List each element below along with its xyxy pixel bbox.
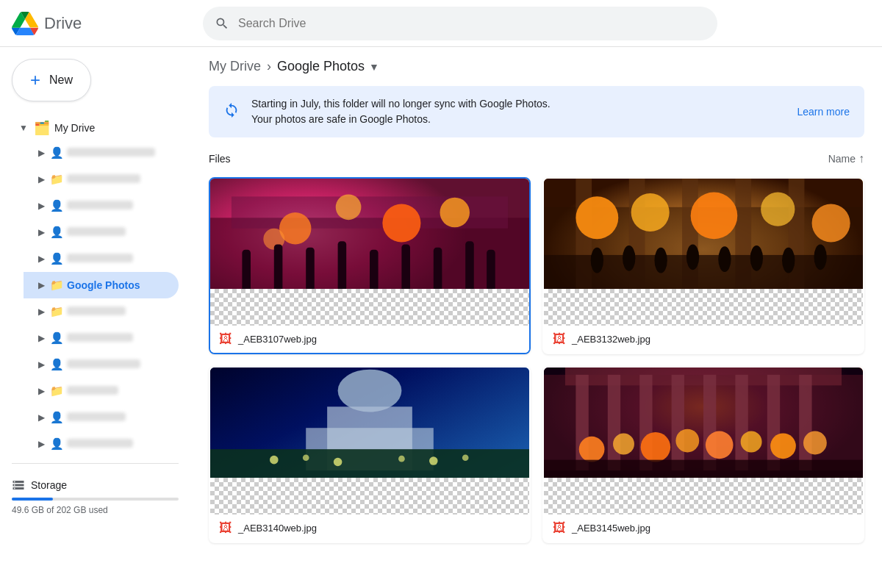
filename-3: _AEB3140web.jpg (238, 523, 317, 534)
chevron-right-icon: ▶ (35, 439, 47, 449)
breadcrumb: My Drive › Google Photos ▼ (191, 47, 882, 80)
blurred-label (67, 253, 173, 265)
filename-2: _AEB3132web.jpg (572, 334, 650, 345)
chevron-down-icon: ▼ (18, 123, 29, 133)
sidebar-item-10[interactable]: ▶ 📁 (24, 378, 179, 404)
svg-point-32 (654, 248, 667, 273)
file-card-4[interactable]: 🖼 _AEB3145web.jpg (542, 366, 864, 543)
sidebar-item-4[interactable]: ▶ 👤 (24, 219, 179, 245)
svg-rect-12 (370, 250, 379, 289)
breadcrumb-separator: › (267, 59, 271, 74)
sidebar-item-8[interactable]: ▶ 👤 (24, 325, 179, 351)
svg-point-69 (706, 431, 734, 459)
chevron-right-icon: ▶ (35, 174, 47, 184)
person-folder-icon: 👤 (50, 411, 64, 424)
chevron-right-icon: ▶ (35, 254, 47, 264)
person-folder-icon: 👤 (50, 437, 64, 451)
photo-thumbnail-4 (544, 368, 863, 478)
photo-image-2 (544, 179, 863, 289)
sort-control[interactable]: Name ↑ (828, 152, 864, 165)
breadcrumb-current[interactable]: Google Photos ▼ (277, 59, 379, 74)
search-input[interactable] (238, 17, 706, 30)
learn-more-link[interactable]: Learn more (797, 106, 850, 118)
photo-footer-4: 🖼 _AEB3145web.jpg (544, 514, 863, 542)
svg-point-33 (686, 244, 699, 270)
folder-icon: 📁 (50, 173, 64, 186)
sidebar-item-7[interactable]: ▶ 📁 (24, 298, 179, 325)
breadcrumb-root[interactable]: My Drive (209, 59, 261, 74)
svg-point-30 (591, 248, 603, 273)
body-layout: + New ▼ 🗂️ My Drive ▶ 👤 ▶ 📁 (0, 47, 882, 588)
main-content: My Drive › Google Photos ▼ Starting in J… (191, 47, 882, 588)
file-card-2[interactable]: 🖼 _AEB3132web.jpg (542, 177, 864, 354)
svg-rect-60 (672, 375, 684, 470)
person-folder-icon: 👤 (50, 358, 64, 371)
filename-4: _AEB3145web.jpg (572, 523, 650, 534)
sidebar-item-11[interactable]: ▶ 👤 (24, 404, 179, 431)
chevron-right-icon: ▶ (35, 148, 47, 158)
svg-rect-14 (434, 248, 442, 289)
storage-bar-background (12, 498, 179, 501)
photo-image-3 (210, 368, 529, 478)
svg-rect-47 (210, 449, 529, 478)
files-section-label: Files (209, 153, 231, 165)
svg-point-24 (576, 196, 618, 239)
blurred-label (67, 147, 173, 159)
image-file-icon: 🖼 (219, 331, 232, 347)
logo-area: Drive (12, 10, 203, 37)
storage-bar-fill (12, 498, 53, 501)
sidebar-item-12[interactable]: ▶ 👤 (24, 431, 179, 457)
header: Drive (0, 0, 882, 47)
blurred-label (67, 385, 173, 397)
transparency-checker-3 (210, 478, 529, 514)
svg-point-28 (812, 204, 850, 242)
image-file-icon: 🖼 (553, 520, 566, 536)
files-header: Files Name ↑ (191, 143, 882, 171)
filename-1: _AEB3107web.jpg (238, 334, 317, 345)
chevron-right-icon: ▶ (35, 227, 47, 237)
my-drive-label: My Drive (54, 122, 167, 134)
svg-rect-9 (274, 244, 283, 289)
svg-rect-62 (735, 375, 747, 470)
sidebar-item-google-photos[interactable]: ▶ 📁 Google Photos (24, 272, 179, 298)
svg-point-31 (623, 245, 635, 271)
file-card-3[interactable]: 🖼 _AEB3140web.jpg (209, 366, 531, 543)
photo-thumbnail-1 (210, 179, 529, 289)
sidebar-item-my-drive[interactable]: ▼ 🗂️ My Drive (6, 113, 179, 140)
sidebar-item-2[interactable]: ▶ 📁 (24, 166, 179, 193)
svg-rect-58 (608, 375, 620, 470)
chevron-right-icon: ▶ (35, 306, 47, 317)
svg-point-49 (303, 454, 309, 461)
svg-point-37 (814, 244, 826, 270)
storage-section: Storage 49.6 GB of 202 GB used (0, 470, 190, 524)
photo-footer-2: 🖼 _AEB3132web.jpg (544, 326, 863, 353)
svg-rect-15 (465, 241, 474, 289)
chevron-right-icon: ▶ (35, 359, 47, 370)
search-bar[interactable] (203, 7, 717, 40)
file-card-1[interactable]: 🖼 _AEB3107web.jpg (209, 177, 531, 354)
plus-icon: + (30, 70, 40, 90)
folder-icon: 📁 (50, 384, 64, 398)
storage-label: Storage (12, 478, 179, 492)
sidebar-tree: ▼ 🗂️ My Drive ▶ 👤 ▶ 📁 ▶ 👤 (0, 113, 190, 457)
image-file-icon: 🖼 (553, 331, 566, 347)
person-folder-icon: 👤 (50, 331, 64, 345)
svg-rect-73 (544, 460, 863, 478)
svg-point-65 (579, 437, 605, 462)
svg-rect-10 (306, 248, 315, 289)
image-file-icon: 🖼 (219, 520, 232, 536)
sidebar-item-3[interactable]: ▶ 👤 (24, 193, 179, 219)
svg-rect-16 (487, 250, 495, 289)
svg-point-6 (440, 198, 470, 228)
new-button[interactable]: + New (12, 59, 91, 101)
sidebar-item-5[interactable]: ▶ 👤 (24, 245, 179, 272)
sidebar-item-1[interactable]: ▶ 👤 (24, 140, 179, 166)
app-title: Drive (44, 14, 82, 33)
svg-point-34 (718, 246, 731, 272)
blurred-label (67, 226, 173, 238)
photo-footer-3: 🖼 _AEB3140web.jpg (210, 514, 529, 542)
sidebar-item-9[interactable]: ▶ 👤 (24, 351, 179, 378)
svg-point-44 (338, 370, 402, 412)
svg-rect-11 (338, 241, 347, 289)
chevron-right-icon: ▶ (35, 412, 47, 423)
